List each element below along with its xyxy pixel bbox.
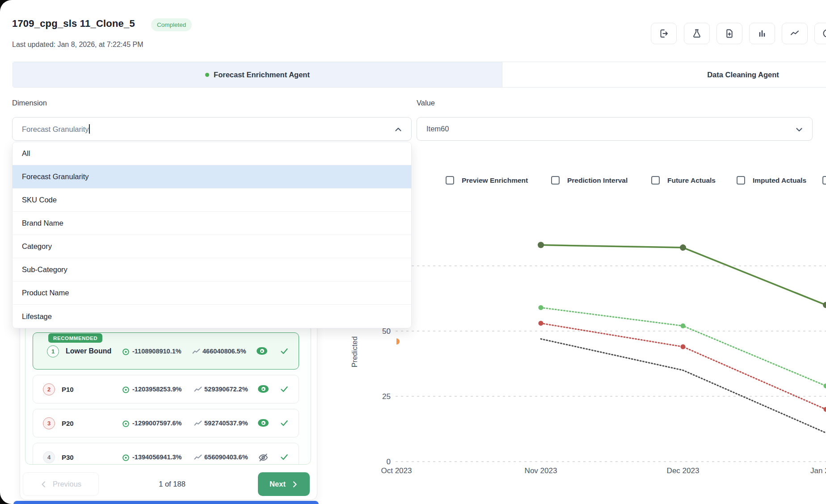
accuracy-metric: -1394056941.3% [132, 454, 181, 461]
chevron-left-icon [40, 481, 47, 488]
chevron-down-icon[interactable] [794, 125, 804, 136]
option-name: Lower Bound [66, 347, 111, 355]
export-button[interactable] [651, 23, 677, 44]
dropdown-option-sub-category[interactable]: Sub-Category [13, 258, 411, 281]
option-card-p30[interactable]: 4 P30 -1394056941.3% 656090403.6% [33, 443, 299, 465]
check-icon[interactable] [280, 453, 289, 462]
tab-label: Forecast Enrichment Agent [214, 71, 310, 79]
rank-badge: 1 [47, 345, 59, 357]
toggle-prediction-interval[interactable]: Prediction Interval [551, 176, 628, 185]
target-icon [122, 454, 130, 462]
checkbox[interactable] [551, 176, 560, 185]
check-icon[interactable] [280, 347, 289, 356]
chevron-right-icon [291, 481, 298, 488]
next-label: Next [270, 480, 286, 488]
eye-visible-icon[interactable] [258, 385, 269, 393]
chart-y-axis-label: Predicted [351, 336, 359, 368]
dropdown-option-category[interactable]: Category [13, 235, 411, 258]
next-button[interactable]: Next [258, 472, 310, 496]
eye-hidden-icon[interactable] [258, 453, 269, 462]
toggle-cutoff[interactable] [822, 176, 826, 185]
flask-icon [691, 28, 702, 39]
last-updated-text: Last updated: Jan 8, 2026, at 7:22:45 PM [12, 41, 143, 49]
value-label: Value [417, 99, 435, 107]
accuracy-metric: -1203958253.9% [132, 386, 181, 393]
dropdown-option-forecast-granularity[interactable]: Forecast Granularity [13, 165, 411, 189]
rank-badge: 2 [43, 383, 55, 395]
bar-chart-button[interactable] [749, 23, 775, 44]
refresh-icon [822, 28, 826, 39]
target-icon [122, 420, 130, 428]
checkbox-label: Prediction Interval [567, 176, 628, 185]
option-name: P10 [62, 386, 74, 393]
trend-icon [194, 386, 202, 393]
dropdown-option-brand-name[interactable]: Brand Name [13, 212, 411, 235]
check-icon[interactable] [280, 385, 289, 394]
trend-icon [192, 349, 200, 355]
tab-data-cleaning-agent[interactable]: Data Cleaning Agent [502, 62, 826, 87]
checkbox-label: Imputed Actuals [753, 176, 806, 185]
dimension-combobox[interactable]: Forecast Granularity [12, 117, 412, 141]
trend-metric: 592740537.9% [204, 420, 248, 427]
file-plus-icon [724, 28, 735, 39]
option-name: P30 [62, 454, 74, 461]
tab-label: Data Cleaning Agent [707, 71, 779, 79]
previous-label: Previous [53, 480, 81, 488]
option-name: P20 [62, 420, 74, 427]
checkbox[interactable] [651, 176, 660, 185]
target-icon [122, 386, 130, 394]
check-icon[interactable] [280, 419, 289, 428]
page-title: 1709_cpg_sls 11_Clone_5 [12, 18, 135, 29]
eye-visible-icon[interactable] [257, 347, 267, 355]
eye-visible-icon[interactable] [258, 419, 269, 427]
add-file-button[interactable] [716, 23, 742, 44]
value-select[interactable]: Item60 [417, 117, 813, 141]
checkbox-label: Future Actuals [667, 176, 716, 185]
svg-text:Oct 2023: Oct 2023 [381, 466, 412, 475]
svg-text:Dec 2023: Dec 2023 [667, 466, 700, 475]
checkbox-label: Preview Enrichment [462, 176, 528, 185]
value-select-text: Item60 [426, 125, 449, 133]
page-background: 02550Oct 2023Nov 2023Dec 2023Jan 2024 Pr… [0, 0, 826, 504]
trend-metric: 529390672.2% [204, 386, 248, 393]
toggle-future-actuals[interactable]: Future Actuals [651, 176, 716, 185]
option-card-p10[interactable]: 2 P10 -1203958253.9% 529390672.2% [33, 375, 299, 403]
export-icon [658, 28, 669, 39]
toggle-preview-enrichment[interactable]: Preview Enrichment [446, 176, 528, 185]
experiment-button[interactable] [684, 23, 710, 44]
trend-line-button[interactable] [782, 23, 808, 44]
svg-text:Nov 2023: Nov 2023 [525, 466, 557, 475]
dropdown-option-lifestage[interactable]: Lifestage [13, 305, 411, 328]
dropdown-option-sku-code[interactable]: SKU Code [13, 189, 411, 212]
agent-tabbar: Forecast Enrichment Agent Data Cleaning … [13, 62, 826, 88]
option-card-p20[interactable]: 3 P20 -1299007597.6% 592740537.9% [33, 409, 299, 437]
rank-badge: 4 [43, 451, 55, 463]
accuracy-metric: -1108908910.1% [132, 348, 181, 355]
trend-metric: 466040806.5% [202, 348, 246, 355]
dropdown-option-product-name[interactable]: Product Name [13, 281, 411, 305]
app-window: 02550Oct 2023Nov 2023Dec 2023Jan 2024 Pr… [0, 0, 826, 504]
checkbox[interactable] [822, 176, 826, 185]
dimension-dropdown-menu: All Forecast Granularity SKU Code Brand … [12, 142, 412, 328]
dimension-input-text: Forecast Granularity [22, 124, 90, 134]
target-icon [122, 348, 130, 356]
previous-button[interactable]: Previous [23, 472, 99, 496]
toggle-imputed-actuals[interactable]: Imputed Actuals [737, 176, 806, 185]
option-card-lower-bound[interactable]: RECOMMENDED 1 Lower Bound -1108908910.1%… [33, 332, 299, 370]
page-indicator: 1 of 188 [130, 472, 215, 496]
trend-line-icon [789, 28, 800, 39]
chevron-up-icon[interactable] [393, 125, 403, 136]
status-badge: Completed [151, 18, 192, 31]
checkbox[interactable] [446, 176, 454, 185]
rank-badge: 3 [43, 417, 55, 429]
text-cursor [89, 124, 90, 134]
dropdown-option-all[interactable]: All [13, 142, 411, 165]
tab-forecast-enrichment-agent[interactable]: Forecast Enrichment Agent [13, 62, 502, 87]
options-group: RECOMMENDED 1 Lower Bound -1108908910.1%… [25, 324, 311, 465]
trend-metric: 656090403.6% [204, 454, 248, 461]
accuracy-metric: -1299007597.6% [132, 420, 181, 427]
svg-text:Jan 2024: Jan 2024 [810, 466, 826, 475]
refresh-button[interactable] [814, 23, 826, 44]
checkbox[interactable] [737, 176, 745, 185]
recommended-badge: RECOMMENDED [48, 333, 102, 343]
